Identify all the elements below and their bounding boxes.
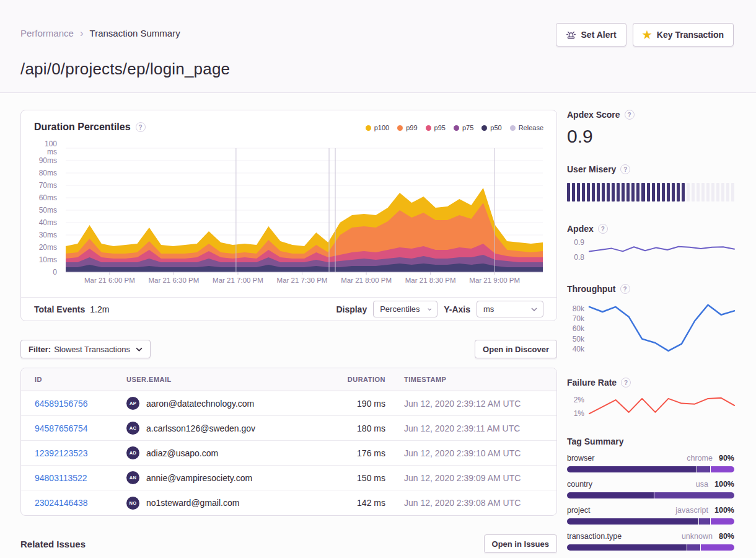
sparkline-tick-label: 60k [573, 324, 584, 333]
apdex-score-value: 0.9 [567, 126, 734, 147]
open-in-discover-button[interactable]: Open in Discover [475, 340, 557, 358]
misery-segment-empty [731, 183, 734, 202]
user-email: adiaz@usapo.com [146, 448, 218, 458]
misery-segment-filled [682, 183, 685, 202]
key-transaction-button[interactable]: ★ Key Transaction [633, 23, 734, 46]
avatar: AC [126, 422, 139, 435]
legend-item-release[interactable]: Release [510, 124, 543, 131]
misery-segment-filled [612, 183, 615, 202]
table-row: 94803113522ANannie@vampiresociety.com150… [21, 466, 556, 490]
y-axis-label: 30ms [35, 231, 57, 239]
tag-percentage: 100% [714, 480, 734, 489]
legend-dot [426, 125, 431, 131]
tag-percentage: 90% [719, 454, 734, 463]
tag-row-project: projectjavascript100% [567, 506, 734, 525]
apdex-sparkline: 0.90.8 [567, 239, 734, 261]
misery-segment-empty [726, 183, 729, 202]
tag-percentage: 80% [719, 532, 734, 541]
legend-item-p50[interactable]: p50 [481, 124, 501, 131]
key-transaction-label: Key Transaction [657, 30, 724, 40]
x-axis-label: Mar 21 7:00 PM [213, 277, 263, 284]
transaction-id-link[interactable]: 94803113522 [35, 473, 87, 483]
help-icon[interactable]: ? [625, 110, 635, 120]
apdex-score-label: Apdex Score [567, 110, 620, 120]
transaction-id-link[interactable]: 23024146438 [35, 498, 88, 508]
legend-dot [397, 125, 403, 131]
help-icon[interactable]: ? [620, 164, 630, 174]
apdex-chart-label: Apdex [567, 224, 594, 234]
tag-bar-segment [567, 518, 698, 525]
display-select[interactable]: Percentiles [373, 301, 437, 317]
misery-segment-filled [597, 183, 600, 202]
y-axis-label: 60ms [35, 194, 57, 202]
transaction-id-link[interactable]: 64589156756 [35, 399, 88, 409]
page-header: Performance › Transaction Summary Set Al… [0, 0, 756, 93]
display-select-value: Percentiles [380, 304, 420, 314]
misery-segment-empty [716, 183, 719, 202]
tag-bar-segment [711, 466, 734, 472]
help-icon[interactable]: ? [136, 122, 146, 132]
set-alert-button[interactable]: Set Alert [556, 23, 626, 46]
failure-rate-label: Failure Rate [567, 378, 617, 388]
misery-segment-filled [626, 183, 630, 202]
help-icon[interactable]: ? [598, 224, 608, 234]
tag-key: transaction.type [567, 532, 622, 541]
legend-dot [454, 125, 459, 131]
failure-rate-sparkline: 2%1% [567, 392, 734, 420]
yaxis-select[interactable]: ms [477, 301, 543, 317]
sparkline-tick-label: 80k [573, 304, 584, 313]
help-icon[interactable]: ? [620, 284, 630, 294]
legend-item-p75[interactable]: p75 [454, 124, 473, 131]
y-axis-label: 50ms [35, 206, 57, 215]
legend-item-p100[interactable]: p100 [366, 124, 389, 131]
total-events-label: Total Events [34, 304, 85, 314]
misery-segment-filled [582, 183, 585, 202]
y-axis-label: 10ms [35, 256, 57, 264]
y-axis-label: 20ms [35, 244, 57, 252]
open-in-issues-button[interactable]: Open in Issues [484, 534, 557, 553]
y-axis-label: 90ms [35, 157, 57, 165]
tag-key: country [567, 480, 592, 489]
misery-segment-filled [577, 183, 580, 202]
y-axis-label: 70ms [35, 182, 57, 190]
transaction-id-link[interactable]: 94587656754 [35, 423, 88, 433]
chevron-right-icon: › [80, 28, 84, 38]
tag-key: project [567, 506, 591, 515]
misery-segment-empty [711, 183, 714, 202]
total-events-value: 1.2m [90, 304, 109, 314]
legend-dot [510, 125, 516, 131]
tag-bar-segment [567, 544, 687, 551]
timestamp-value: Jun 12, 2020 2:39:10 AM UTC [388, 448, 543, 458]
misery-segment-filled [636, 183, 640, 202]
tag-bar-segment [687, 544, 700, 551]
legend-item-p99[interactable]: p99 [397, 124, 417, 131]
breadcrumb-performance[interactable]: Performance [20, 28, 74, 38]
misery-segment-filled [652, 183, 655, 202]
filter-dropdown-button[interactable]: Filter: Slowest Transactions [20, 340, 151, 358]
summary-sidebar: Apdex Score ? 0.9 User Misery ? Apdex ? … [567, 110, 734, 553]
chart-legend: p100p99p95p75p50Release [366, 124, 543, 131]
help-icon[interactable]: ? [621, 378, 631, 388]
x-axis-label: Mar 21 7:30 PM [277, 277, 328, 284]
tag-distribution-bar [567, 492, 734, 498]
legend-item-p95[interactable]: p95 [426, 124, 446, 131]
duration-value: 150 ms [315, 473, 388, 483]
misery-segment-filled [587, 183, 590, 202]
chart-footer: Total Events 1.2m Display Percentiles Y-… [21, 297, 556, 321]
column-header-timestamp: TIMESTAMP [388, 376, 543, 383]
breadcrumb: Performance › Transaction Summary [20, 28, 180, 38]
chevron-down-icon [531, 308, 537, 311]
tag-bar-segment [567, 466, 697, 472]
misery-segment-filled [672, 183, 675, 202]
misery-segment-filled [592, 183, 595, 202]
misery-segment-empty [692, 183, 695, 202]
misery-segment-filled [567, 183, 570, 202]
avatar: AN [126, 471, 139, 484]
user-email: aaron@datatechnology.com [146, 399, 254, 409]
tag-row-browser: browserchrome90% [567, 454, 734, 472]
y-axis-label: 80ms [35, 169, 57, 177]
table-header: ID USER.EMAIL DURATION TIMESTAMP [21, 368, 556, 391]
transaction-id-link[interactable]: 12392123523 [35, 448, 88, 458]
misery-segment-filled [631, 183, 635, 202]
user-email: annie@vampiresociety.com [146, 473, 252, 483]
